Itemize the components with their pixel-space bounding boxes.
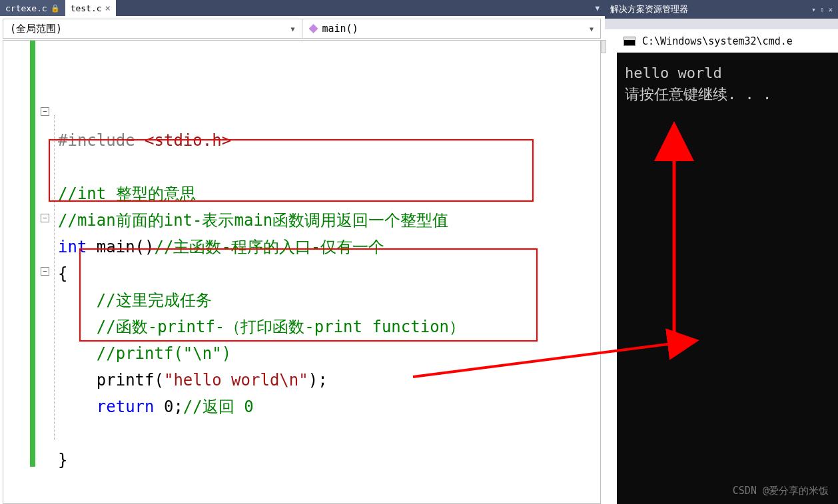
chevron-down-icon: ▼ <box>595 4 600 13</box>
dropdown-icon[interactable]: ▾ <box>811 5 816 14</box>
code-editor[interactable]: − − − #include <stdio.h> //int 整型的意思 //m… <box>3 40 601 504</box>
close-icon[interactable]: × <box>105 3 111 13</box>
console-window: C:\Windows\system32\cmd.e hello world 请按… <box>617 29 838 504</box>
member-label: main() <box>322 23 358 35</box>
annotation-box-2 <box>79 248 538 342</box>
solution-explorer-body <box>605 19 838 29</box>
tab-test-active[interactable]: test.c × <box>65 0 116 16</box>
watermark: CSDN @爱分享的米饭 <box>733 485 829 497</box>
scope-dropdown[interactable]: (全局范围) ▼ <box>3 19 302 38</box>
chevron-down-icon: ▼ <box>290 25 294 33</box>
tab-label: test.c <box>71 3 102 13</box>
annotation-box-1 <box>49 139 534 202</box>
tab-overflow[interactable]: ▼ <box>595 0 605 16</box>
pin-icon[interactable]: ⇩ <box>820 5 825 14</box>
solution-explorer-header: 解决方案资源管理器 ▾ ⇩ ✕ <box>605 0 838 19</box>
fold-toggle[interactable]: − <box>41 267 49 276</box>
editor-tab-bar: crtexe.c 🔒 test.c × ▼ <box>0 0 605 16</box>
console-titlebar[interactable]: C:\Windows\system32\cmd.e <box>617 29 838 53</box>
lock-icon: 🔒 <box>51 4 60 13</box>
tab-label: crtexe.c <box>5 3 47 13</box>
cmd-icon <box>624 37 635 46</box>
change-indicator <box>30 41 35 467</box>
method-icon <box>309 24 318 33</box>
tab-crtexe[interactable]: crtexe.c 🔒 <box>0 0 65 16</box>
console-output: hello world 请按任意键继续. . . <box>617 53 838 115</box>
solution-explorer-title: 解决方案资源管理器 <box>610 3 688 15</box>
fold-toggle[interactable]: − <box>41 107 49 116</box>
fold-toggle[interactable]: − <box>41 214 49 222</box>
scope-label: (全局范围) <box>10 23 62 35</box>
console-title-text: C:\Windows\system32\cmd.e <box>642 35 793 47</box>
close-icon[interactable]: ✕ <box>828 5 833 14</box>
navigation-bar: (全局范围) ▼ main() ▼ <box>3 19 601 39</box>
chevron-down-icon: ▼ <box>590 25 594 33</box>
member-dropdown[interactable]: main() ▼ <box>302 19 601 38</box>
split-handle[interactable] <box>601 40 606 53</box>
